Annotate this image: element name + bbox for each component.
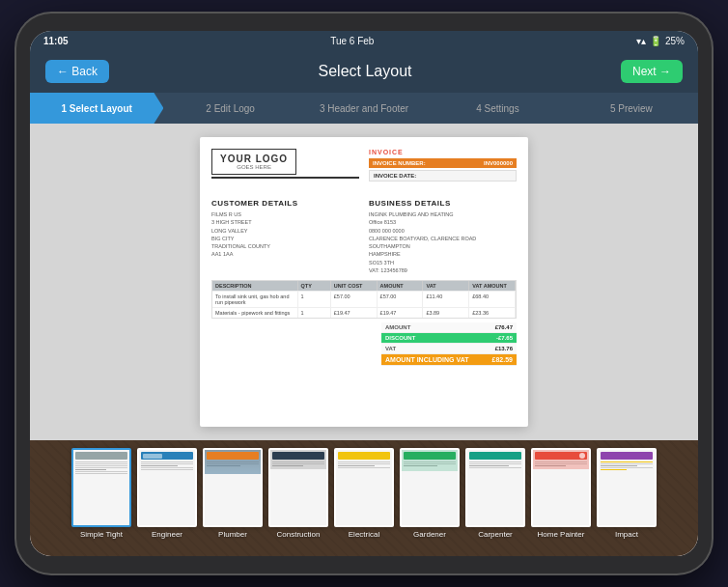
main-content: YOUR LOGO GOES HERE INVOICE INVOICE NUMB…: [30, 124, 698, 556]
thumbnails-row: Simple Tight: [40, 448, 688, 539]
battery-icon: 🔋: [650, 36, 661, 46]
layout-construction-label: Construction: [277, 530, 321, 539]
business-title: BUSINESS DETAILS: [369, 199, 517, 208]
totals-table: AMOUNT £76.47 DISCOUNT -£7.65 VAT £13.76: [381, 322, 517, 366]
th-qty: QTY: [298, 281, 331, 291]
page-title: Select Layout: [319, 63, 412, 80]
invoice-preview: YOUR LOGO GOES HERE INVOICE INVOICE NUMB…: [200, 137, 528, 427]
invoice-preview-area: YOUR LOGO GOES HERE INVOICE INVOICE NUMB…: [30, 124, 698, 440]
logo-divider: [211, 177, 359, 179]
th-vat: VAT: [423, 281, 469, 291]
invoice-title: INVOICE: [369, 149, 517, 155]
layout-electrical-label: Electrical: [349, 530, 379, 539]
layout-carpenter-label: Carpenter: [478, 530, 513, 539]
invoice-date-row: INVOICE DATE:: [369, 170, 517, 182]
battery-percent: 25%: [665, 36, 685, 46]
business-address: INGINK PLUMBING AND HEATINGOffice 815308…: [369, 210, 517, 274]
tablet-screen: 11:05 Tue 6 Feb ▾▴ 🔋 25% ← Back Select L…: [30, 31, 698, 556]
layout-engineer[interactable]: Engineer: [137, 448, 197, 539]
thumb-simple-tight[interactable]: [71, 448, 131, 527]
th-vat-amount: VAT AMOUNT: [469, 281, 516, 291]
logo-sub: GOES HERE: [220, 164, 288, 170]
table-row: Materials - pipework and fittings 1 £19.…: [212, 307, 516, 318]
total-discount-row: DISCOUNT -£7.65: [381, 333, 517, 344]
logo-text: YOUR LOGO: [220, 154, 288, 164]
layout-plumber-label: Plumber: [218, 530, 247, 539]
wifi-icon: ▾▴: [636, 36, 646, 46]
status-date: Tue 6 Feb: [330, 36, 374, 46]
thumbnails-bar: Simple Tight: [30, 440, 698, 556]
layout-carpenter[interactable]: Carpenter: [465, 448, 525, 539]
step-1[interactable]: 1 Select Layout: [30, 93, 163, 124]
layout-impact-label: Impact: [615, 530, 638, 539]
layout-home-painter[interactable]: Home Painter: [531, 448, 591, 539]
layout-engineer-label: Engineer: [152, 530, 182, 539]
invoice-top: YOUR LOGO GOES HERE INVOICE INVOICE NUMB…: [200, 137, 528, 195]
status-icons: ▾▴ 🔋 25%: [636, 36, 685, 46]
status-time: 11:05: [43, 36, 69, 46]
total-vat-row: VAT £13.76: [381, 344, 517, 354]
layout-gardener[interactable]: Gardener: [400, 448, 460, 539]
layout-home-painter-label: Home Painter: [538, 530, 585, 539]
thumb-impact[interactable]: [597, 448, 657, 527]
th-amount: AMOUNT: [378, 281, 424, 291]
logo-area: YOUR LOGO GOES HERE: [211, 149, 359, 179]
thumb-carpenter[interactable]: [465, 448, 525, 527]
thumb-engineer[interactable]: [137, 448, 197, 527]
app-header: ← Back Select Layout Next →: [30, 50, 698, 93]
th-description: DESCRIPTION: [212, 281, 298, 291]
thumb-plumber[interactable]: [203, 448, 263, 527]
layout-simple-tight-label: Simple Tight: [80, 530, 123, 539]
logo-box: YOUR LOGO GOES HERE: [211, 149, 296, 175]
customer-details: CUSTOMER DETAILS FILMS R US3 HIGH STREET…: [211, 199, 359, 274]
invoice-date-label: INVOICE DATE:: [374, 173, 416, 179]
table-header: DESCRIPTION QTY UNIT COST AMOUNT VAT VAT…: [212, 281, 516, 291]
layout-construction[interactable]: Construction: [268, 448, 328, 539]
layout-electrical[interactable]: Electrical: [334, 448, 394, 539]
invoice-table: DESCRIPTION QTY UNIT COST AMOUNT VAT VAT…: [211, 280, 517, 319]
layout-impact[interactable]: Impact: [597, 448, 657, 539]
business-details: BUSINESS DETAILS INGINK PLUMBING AND HEA…: [369, 199, 517, 274]
thumb-electrical[interactable]: [334, 448, 394, 527]
th-unit-cost: UNIT COST: [331, 281, 378, 291]
thumb-gardener[interactable]: [400, 448, 460, 527]
tablet-device: 11:05 Tue 6 Feb ▾▴ 🔋 25% ← Back Select L…: [16, 14, 712, 573]
invoice-number-row: INVOICE NUMBER: INV000000: [369, 158, 517, 168]
back-button[interactable]: ← Back: [45, 60, 109, 83]
invoice-number-label: INVOICE NUMBER:: [373, 160, 426, 166]
status-bar: 11:05 Tue 6 Feb ▾▴ 🔋 25%: [30, 31, 698, 50]
step-5[interactable]: 5 Preview: [565, 93, 698, 124]
table-row: To install sink unit, gas hob and run pi…: [212, 291, 516, 307]
thumb-home-painter[interactable]: [531, 448, 591, 527]
total-grand-row: AMOUNT INCLUDING VAT £82.59: [381, 354, 517, 366]
customer-title: CUSTOMER DETAILS: [211, 199, 359, 208]
total-amount-row: AMOUNT £76.47: [381, 322, 517, 333]
next-button[interactable]: Next →: [621, 60, 683, 83]
totals-section: AMOUNT £76.47 DISCOUNT -£7.65 VAT £13.76: [211, 322, 517, 366]
customer-address: FILMS R US3 HIGH STREETLONG VALLEYBIG CI…: [211, 210, 359, 259]
layout-plumber[interactable]: Plumber: [203, 448, 263, 539]
layout-simple-tight[interactable]: Simple Tight: [71, 448, 131, 539]
step-4[interactable]: 4 Settings: [431, 93, 564, 124]
invoice-number-value: INV000000: [484, 160, 513, 166]
step-bar: 1 Select Layout 2 Edit Logo 3 Header and…: [30, 93, 698, 124]
invoice-header-right: INVOICE INVOICE NUMBER: INV000000 INVOIC…: [369, 149, 517, 183]
details-section: CUSTOMER DETAILS FILMS R US3 HIGH STREET…: [200, 195, 528, 280]
thumb-construction[interactable]: [268, 448, 328, 527]
layout-gardener-label: Gardener: [413, 530, 446, 539]
step-2[interactable]: 2 Edit Logo: [163, 93, 296, 124]
step-3[interactable]: 3 Header and Footer: [297, 93, 431, 124]
